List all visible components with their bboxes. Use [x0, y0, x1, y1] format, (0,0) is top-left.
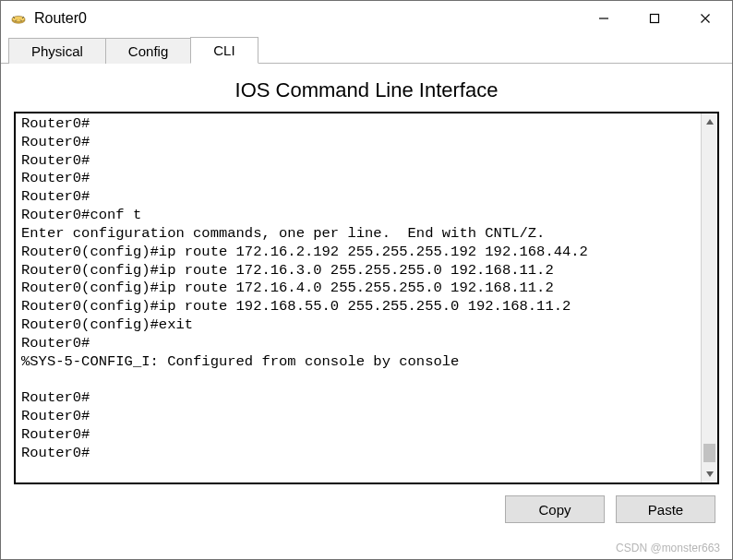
button-row: Copy Paste — [14, 484, 719, 527]
window-title: Router0 — [34, 10, 578, 27]
window-controls — [578, 2, 730, 35]
copy-button[interactable]: Copy — [505, 495, 605, 523]
scroll-track[interactable] — [702, 130, 717, 466]
terminal-output[interactable]: Router0# Router0# Router0# Router0# Rout… — [16, 113, 701, 483]
scroll-up-icon[interactable] — [702, 113, 717, 130]
tab-content: IOS Command Line Interface Router0# Rout… — [1, 64, 732, 536]
scrollbar[interactable] — [701, 113, 717, 483]
minimize-button[interactable] — [578, 2, 629, 35]
terminal-container: Router0# Router0# Router0# Router0# Rout… — [14, 112, 719, 484]
tabs: Physical Config CLI — [1, 36, 732, 64]
tab-config[interactable]: Config — [105, 38, 191, 64]
close-button[interactable] — [679, 2, 730, 35]
scroll-thumb[interactable] — [703, 444, 715, 462]
router-icon — [10, 10, 27, 27]
svg-point-1 — [12, 16, 25, 21]
maximize-button[interactable] — [629, 2, 679, 35]
svg-rect-3 — [650, 15, 658, 23]
cli-heading: IOS Command Line Interface — [14, 78, 719, 102]
tab-physical[interactable]: Physical — [8, 38, 106, 64]
paste-button[interactable]: Paste — [616, 495, 715, 523]
tab-cli[interactable]: CLI — [190, 37, 258, 64]
scroll-down-icon[interactable] — [702, 466, 717, 483]
watermark: CSDN @monster663 — [616, 542, 720, 554]
titlebar: Router0 — [1, 1, 732, 36]
